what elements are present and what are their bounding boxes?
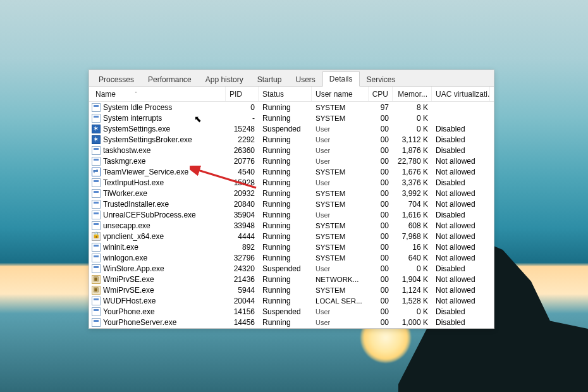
table-row[interactable]: unsecapp.exe33948RunningSYSTEM00608 KNot… (89, 220, 494, 231)
process-name: TeamViewer_Service.exe (103, 168, 188, 176)
process-list: System Idle Process0RunningSYSTEM978 KSy… (89, 102, 494, 328)
cell-cpu: 00 (369, 275, 393, 284)
cell-memory: 1,000 K (393, 318, 432, 327)
tab-performance[interactable]: Performance (141, 72, 199, 87)
table-row[interactable]: vpnclient_x64.exe4444RunningSYSTEM007,96… (89, 231, 494, 242)
cell-status: Running (259, 286, 312, 295)
header-uac[interactable]: UAC virtualizati... (432, 87, 490, 101)
cell-memory: 0 K (393, 307, 432, 316)
cell-user: User (312, 319, 369, 326)
table-row[interactable]: TeamViewer_Service.exe4540RunningSYSTEM0… (89, 166, 494, 177)
cell-user: User (312, 157, 369, 165)
tab-services[interactable]: Services (360, 72, 403, 87)
process-name: vpnclient_x64.exe (103, 232, 164, 241)
cell-memory: 1,876 K (393, 146, 432, 155)
cell-status: Running (259, 211, 312, 219)
cell-cpu: 00 (369, 243, 393, 252)
header-cpu[interactable]: CPU (369, 87, 393, 101)
cell-uac: Not allowed (432, 275, 490, 284)
cell-uac: Not allowed (432, 189, 490, 198)
cell-status: Running (259, 114, 312, 123)
table-row[interactable]: WmiPrvSE.exe21436RunningNETWORK...001,90… (89, 274, 494, 285)
cell-name: WinStore.App.exe (92, 264, 226, 273)
cell-name: SystemSettingsBroker.exe (92, 135, 226, 144)
table-row[interactable]: Taskmgr.exe20776RunningUser0022,780 KNot… (89, 156, 494, 166)
cell-uac: Disabled (432, 135, 490, 144)
table-row[interactable]: System interrupts-RunningSYSTEM000 K (89, 113, 494, 123)
tab-strip: ProcessesPerformanceApp historyStartupUs… (89, 70, 494, 87)
cell-cpu: 00 (369, 297, 393, 305)
cell-name: winlogon.exe (92, 254, 226, 262)
table-row[interactable]: UnrealCEFSubProcess.exe35904RunningUser0… (89, 209, 494, 220)
cell-user: SYSTEM (312, 233, 369, 240)
table-row[interactable]: taskhostw.exe26360RunningUser001,876 KDi… (89, 145, 494, 156)
cell-memory: 0 K (393, 125, 432, 133)
process-icon (92, 318, 101, 327)
cell-status: Running (259, 275, 312, 284)
cell-cpu: 00 (369, 114, 393, 123)
process-icon (92, 243, 101, 252)
cell-user: User (312, 147, 369, 154)
table-row[interactable]: System Idle Process0RunningSYSTEM978 K (89, 102, 494, 113)
table-row[interactable]: SystemSettings.exe15248SuspendedUser000 … (89, 123, 494, 134)
header-user[interactable]: User name (312, 87, 369, 101)
table-row[interactable]: wininit.exe892RunningSYSTEM0016 KNot all… (89, 242, 494, 252)
cell-memory: 16 K (393, 243, 432, 252)
header-mem[interactable]: Memor... (393, 87, 432, 101)
table-row[interactable]: SystemSettingsBroker.exe2292RunningUser0… (89, 134, 494, 145)
tab-details[interactable]: Details (322, 71, 360, 87)
tab-users[interactable]: Users (288, 72, 322, 87)
cell-pid: 24320 (226, 264, 259, 273)
cell-user: User (312, 265, 369, 273)
process-icon (92, 254, 101, 262)
table-row[interactable]: TiWorker.exe20932RunningSYSTEM003,992 KN… (89, 188, 494, 199)
cell-memory: 3,992 K (393, 189, 432, 198)
cell-pid: 4540 (226, 168, 259, 176)
cell-pid: - (226, 114, 259, 123)
table-row[interactable]: winlogon.exe32796RunningSYSTEM00640 KNot… (89, 252, 494, 263)
process-name: winlogon.exe (103, 254, 147, 262)
table-row[interactable]: TextInputHost.exe15928RunningUser003,376… (89, 177, 494, 188)
header-pid[interactable]: PID (226, 87, 259, 101)
table-row[interactable]: YourPhone.exe14156SuspendedUser000 KDisa… (89, 306, 494, 317)
cell-uac: Not allowed (432, 232, 490, 241)
tab-app-history[interactable]: App history (199, 72, 250, 87)
cell-cpu: 00 (369, 125, 393, 133)
table-row[interactable]: YourPhoneServer.exe14456RunningUser001,0… (89, 317, 494, 328)
process-icon (92, 232, 101, 241)
table-row[interactable]: WinStore.App.exe24320SuspendedUser000 KD… (89, 263, 494, 274)
cell-uac: Disabled (432, 307, 490, 316)
cell-uac: Not allowed (432, 200, 490, 209)
cell-uac: Disabled (432, 146, 490, 155)
table-row[interactable]: WmiPrvSE.exe5944RunningSYSTEM001,124 KNo… (89, 285, 494, 295)
process-name: SystemSettings.exe (103, 125, 170, 133)
cell-uac: Disabled (432, 178, 490, 187)
cell-user: SYSTEM (312, 222, 369, 230)
table-row[interactable]: WUDFHost.exe20044RunningLOCAL SER...001,… (89, 295, 494, 306)
header-status[interactable]: Status (259, 87, 312, 101)
tab-startup[interactable]: Startup (250, 72, 289, 87)
process-name: WinStore.App.exe (103, 264, 164, 273)
task-manager-window[interactable]: ProcessesPerformanceApp historyStartupUs… (89, 70, 494, 329)
cell-status: Running (259, 221, 312, 230)
cell-name: TrustedInstaller.exe (92, 200, 226, 209)
cell-name: System interrupts (92, 114, 226, 123)
cell-status: Running (259, 178, 312, 187)
cell-uac: Not allowed (432, 286, 490, 295)
table-row[interactable]: TrustedInstaller.exe20840RunningSYSTEM00… (89, 199, 494, 209)
cell-name: WmiPrvSE.exe (92, 286, 226, 295)
process-name: YourPhoneServer.exe (103, 318, 176, 327)
process-name: WmiPrvSE.exe (103, 275, 154, 284)
cell-memory: 7,968 K (393, 232, 432, 241)
process-name: taskhostw.exe (103, 146, 150, 155)
cell-memory: 1,124 K (393, 286, 432, 295)
cell-cpu: 00 (369, 189, 393, 198)
cell-uac: Disabled (432, 125, 490, 133)
cell-name: unsecapp.exe (92, 221, 226, 230)
cell-memory: 640 K (393, 254, 432, 262)
header-name[interactable]: Name ˄ (92, 87, 226, 101)
process-icon (92, 114, 101, 123)
cell-memory: 1,676 K (393, 168, 432, 176)
tab-processes[interactable]: Processes (92, 72, 141, 87)
cell-user: SYSTEM (312, 254, 369, 262)
